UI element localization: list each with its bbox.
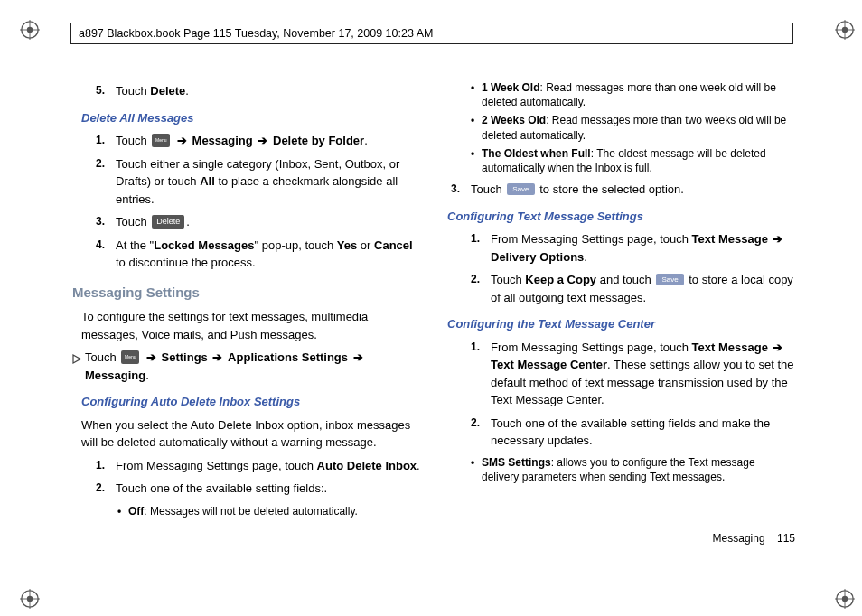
- bullet-dot: •: [471, 80, 482, 109]
- step-number: 3.: [96, 213, 116, 231]
- paragraph: To configure the settings for text messa…: [81, 308, 420, 343]
- heading-delete-all: Delete All Messages: [81, 109, 420, 127]
- step-body: Touch Keep a Copy and touch Save to stor…: [491, 271, 795, 306]
- bullet-oldest: • The Oldest when Full: The oldest messa…: [471, 146, 795, 175]
- bullet-sms-settings: • SMS Settings: allows you to configure …: [471, 455, 795, 484]
- step-body: Touch Save to store the selected option.: [471, 181, 795, 199]
- delete-button-icon: Delete: [152, 215, 184, 229]
- heading-text-msg-settings: Configuring Text Message Settings: [447, 208, 795, 226]
- save-button-icon: Save: [656, 274, 683, 285]
- step-2: 2. Touch either a single category (Inbox…: [96, 155, 420, 209]
- arrow-icon: ➔: [212, 350, 222, 364]
- bullet-2weeks: • 2 Weeks Old: Read messages more than t…: [471, 113, 795, 142]
- pointer-step: Touch Menu ➔ Settings ➔ Applications Set…: [72, 349, 420, 384]
- bullet-off: • Off: Messages will not be deleted auto…: [117, 503, 420, 519]
- step-1: 1. From Messaging Settings page, touch A…: [96, 457, 420, 475]
- step-number: 4.: [96, 237, 116, 272]
- step-body: Touch Delete.: [116, 213, 420, 231]
- crop-mark-icon: [835, 589, 855, 609]
- step-body: Touch Menu ➔ Messaging ➔ Delete by Folde…: [116, 132, 420, 150]
- column-right: • 1 Week Old: Read messages more than on…: [447, 77, 795, 565]
- step-5: 5. Touch Delete.: [96, 82, 420, 100]
- header-text: a897 Blackbox.book Page 115 Tuesday, Nov…: [79, 27, 433, 40]
- crop-mark-icon: [20, 589, 40, 609]
- step-number: 3.: [451, 181, 471, 199]
- arrow-icon: ➔: [258, 134, 267, 147]
- step-number: 2.: [96, 480, 116, 498]
- step-2: 2. Touch one of the available setting fi…: [96, 480, 420, 498]
- menu-icon: Menu: [121, 350, 139, 364]
- step-2: 2. Touch Keep a Copy and touch Save to s…: [471, 271, 795, 306]
- bullet-body: The Oldest when Full: The oldest message…: [482, 146, 795, 175]
- arrow-icon: ➔: [177, 134, 187, 147]
- step-1: 1. From Messaging Settings page, touch T…: [471, 339, 795, 409]
- step-number: 1.: [471, 230, 491, 266]
- step-body: Touch one of the available setting field…: [491, 415, 795, 450]
- page-footer: Messaging 115: [713, 530, 795, 546]
- bullet-body: Off: Messages will not be deleted automa…: [128, 503, 358, 519]
- bullet-body: 1 Week Old: Read messages more than one …: [482, 80, 795, 109]
- step-2: 2. Touch one of the available setting fi…: [471, 415, 795, 450]
- step-number: 1.: [96, 457, 116, 475]
- bullet-dot: •: [471, 113, 482, 142]
- step-number: 1.: [96, 132, 116, 150]
- bullet-dot: •: [117, 503, 128, 519]
- footer-page-number: 115: [777, 532, 795, 545]
- step-4: 4. At the "Locked Messages" pop-up, touc…: [96, 237, 420, 272]
- column-left: 5. Touch Delete. Delete All Messages 1. …: [72, 77, 420, 565]
- triangle-icon: [72, 351, 81, 369]
- step-1: 1. From Messaging Settings page, touch T…: [471, 230, 795, 266]
- step-3: 3. Touch Delete.: [96, 213, 420, 231]
- step-1: 1. Touch Menu ➔ Messaging ➔ Delete by Fo…: [96, 132, 420, 150]
- save-button-icon: Save: [507, 183, 534, 195]
- bullet-1week: • 1 Week Old: Read messages more than on…: [471, 80, 795, 109]
- step-number: 2.: [471, 415, 491, 450]
- step-number: 2.: [96, 155, 116, 209]
- arrow-icon: ➔: [773, 341, 782, 354]
- bullet-body: SMS Settings: allows you to configure th…: [482, 455, 795, 484]
- bullet-dot: •: [471, 455, 482, 484]
- bullet-body: 2 Weeks Old: Read messages more than two…: [482, 113, 795, 142]
- step-body: From Messaging Settings page, touch Auto…: [116, 457, 420, 475]
- heading-text-msg-center: Configuring the Text Message Center: [447, 315, 795, 333]
- step-body: Touch one of the available setting field…: [116, 480, 420, 498]
- page-header: a897 Blackbox.book Page 115 Tuesday, Nov…: [70, 23, 793, 44]
- crop-mark-icon: [835, 20, 855, 40]
- bullet-dot: •: [471, 146, 482, 175]
- step-number: 2.: [471, 271, 491, 306]
- svg-marker-16: [73, 355, 80, 363]
- step-body: At the "Locked Messages" pop-up, touch Y…: [116, 237, 420, 272]
- crop-mark-icon: [20, 20, 40, 40]
- step-number: 5.: [96, 82, 116, 100]
- heading-messaging-settings: Messaging Settings: [72, 283, 420, 303]
- step-3: 3. Touch Save to store the selected opti…: [451, 181, 795, 199]
- step-body: Touch Delete.: [116, 82, 420, 100]
- step-body: From Messaging Settings page, touch Text…: [491, 339, 795, 409]
- step-number: 1.: [471, 339, 491, 409]
- footer-category: Messaging: [713, 532, 765, 545]
- arrow-icon: ➔: [773, 232, 782, 246]
- pointer-body: Touch Menu ➔ Settings ➔ Applications Set…: [85, 349, 420, 384]
- page-content: 5. Touch Delete. Delete All Messages 1. …: [72, 77, 795, 565]
- heading-auto-delete: Configuring Auto Delete Inbox Settings: [81, 393, 420, 411]
- step-body: Touch either a single category (Inbox, S…: [116, 155, 420, 209]
- arrow-icon: ➔: [353, 350, 363, 364]
- menu-icon: Menu: [152, 134, 170, 147]
- arrow-icon: ➔: [146, 350, 156, 364]
- paragraph: When you select the Auto Delete Inbox op…: [81, 416, 420, 452]
- step-body: From Messaging Settings page, touch Text…: [491, 230, 795, 266]
